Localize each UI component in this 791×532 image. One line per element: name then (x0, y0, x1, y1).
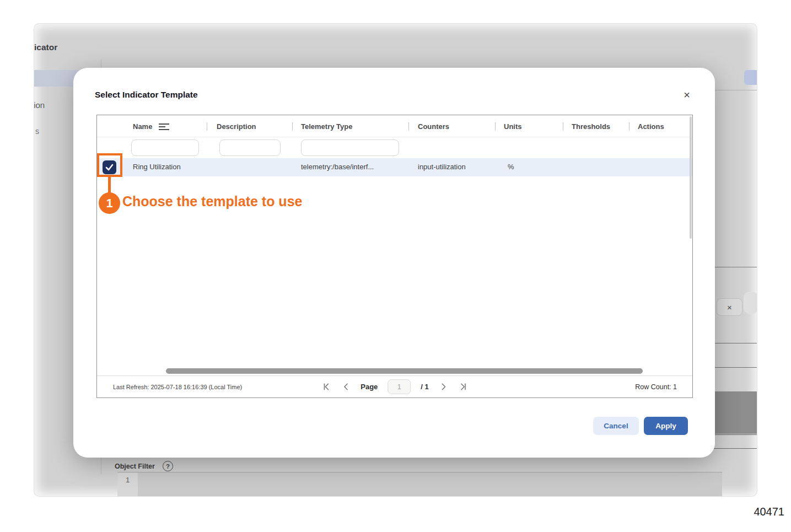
sort-icon[interactable] (159, 123, 169, 130)
last-refresh-text: Last Refresh: 2025-07-18 16:16:39 (Local… (113, 384, 242, 390)
vertical-scrollbar-thumb[interactable] (690, 116, 692, 239)
column-header-counters[interactable]: Counters (418, 122, 449, 131)
background-removable-chip: × (717, 298, 742, 316)
modal-title: Select Indicator Template (95, 90, 198, 100)
annotation-text: Choose the template to use (122, 194, 302, 209)
column-header-units[interactable]: Units (504, 122, 522, 131)
page-number-input[interactable] (388, 379, 411, 394)
background-control-fragment (744, 292, 757, 314)
close-icon[interactable]: × (679, 87, 695, 103)
annotation-step-badge: 1 (99, 192, 120, 214)
horizontal-scrollbar-thumb[interactable] (166, 368, 643, 374)
background-button-fragment (744, 70, 757, 85)
editor-line-number: 1 (117, 472, 138, 496)
object-filter-label: Object Filter (115, 463, 155, 470)
background-page-title-fragment: icator (34, 42, 57, 52)
table-header-row: Name Description Telemetry Type Counters… (97, 115, 692, 137)
page-label: Page (360, 383, 378, 391)
template-table: Name Description Telemetry Type Counters… (96, 115, 693, 398)
background-selected-nav-highlight (34, 70, 78, 87)
background-nav-item-fragment: tion (34, 100, 45, 110)
cell-name: Ring Utilization (133, 163, 181, 171)
background-code-editor: 1 (117, 472, 722, 496)
cancel-button[interactable]: Cancel (593, 417, 639, 435)
column-separator (292, 122, 293, 131)
column-header-telemetry-type[interactable]: Telemetry Type (301, 122, 352, 131)
documentation-figure: icator tion s × Object Filter ? 1 Select… (0, 0, 791, 532)
annotation-connector-line (108, 177, 111, 194)
row-count: Row Count: 1 (635, 383, 677, 391)
page-total: / 1 (421, 383, 428, 391)
column-separator (563, 122, 563, 131)
table-filter-row (97, 137, 692, 158)
close-icon: × (727, 303, 732, 312)
annotation-highlight-box (97, 153, 122, 177)
apply-button[interactable]: Apply (644, 417, 688, 435)
column-separator (495, 122, 496, 131)
previous-page-icon[interactable] (341, 382, 351, 392)
table-row-ring-utilization[interactable]: Ring Utilization telemetry:/base/interf.… (97, 158, 692, 176)
column-header-actions[interactable]: Actions (638, 122, 664, 131)
column-header-thresholds[interactable]: Thresholds (572, 122, 610, 131)
name-filter-input[interactable] (131, 139, 199, 156)
column-separator (408, 122, 409, 131)
figure-number: 40471 (754, 506, 784, 518)
table-footer: Last Refresh: 2025-07-18 16:16:39 (Local… (97, 375, 692, 397)
last-page-icon[interactable] (459, 382, 469, 392)
cell-counters: input-utilization (418, 163, 466, 171)
column-header-description[interactable]: Description (217, 122, 256, 131)
next-page-icon[interactable] (439, 382, 449, 392)
column-separator (629, 122, 629, 131)
description-filter-input[interactable] (219, 139, 281, 156)
cell-units: % (508, 163, 514, 171)
column-separator (207, 122, 207, 131)
column-header-name[interactable]: Name (133, 122, 152, 131)
select-indicator-template-modal: Select Indicator Template × Name Descrip… (73, 68, 715, 458)
first-page-icon[interactable] (321, 382, 331, 392)
background-nav-item-fragment: s (35, 127, 39, 136)
pagination: Page / 1 (321, 379, 469, 394)
help-icon: ? (163, 461, 173, 471)
telemetry-type-filter-input[interactable] (301, 139, 399, 156)
cell-telemetry-type: telemetry:/base/interf... (301, 163, 374, 171)
